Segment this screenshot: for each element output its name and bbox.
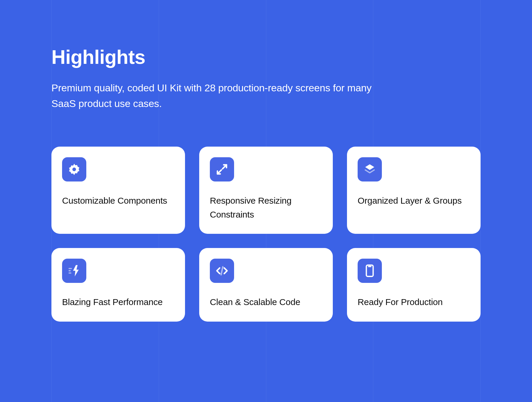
feature-card-customizable: Customizable Components — [51, 147, 185, 234]
feature-card-title: Organized Layer & Groups — [358, 194, 470, 208]
feature-card-organized: Organized Layer & Groups — [347, 147, 481, 234]
feature-card-title: Blazing Fast Performance — [62, 295, 174, 309]
svg-rect-3 — [69, 268, 72, 269]
feature-card-title: Responsive Resizing Constraints — [210, 194, 322, 221]
svg-line-6 — [221, 267, 223, 275]
resize-icon — [210, 157, 234, 181]
highlights-section: Highlights Premium quality, coded UI Kit… — [0, 0, 532, 322]
gear-icon — [62, 157, 86, 181]
feature-card-title: Ready For Production — [358, 295, 470, 309]
feature-card-production: Ready For Production — [347, 248, 481, 322]
lightning-bolt-icon — [62, 259, 86, 283]
phone-icon — [358, 259, 382, 283]
svg-point-0 — [72, 168, 76, 171]
feature-card-code: Clean & Scalable Code — [199, 248, 333, 322]
feature-card-title: Clean & Scalable Code — [210, 295, 322, 309]
code-icon — [210, 259, 234, 283]
feature-card-responsive: Responsive Resizing Constraints — [199, 147, 333, 234]
feature-card-performance: Blazing Fast Performance — [51, 248, 185, 322]
layers-icon — [358, 157, 382, 181]
section-subtitle: Premium quality, coded UI Kit with 28 pr… — [51, 80, 377, 111]
feature-card-title: Customizable Components — [62, 194, 174, 208]
svg-rect-4 — [69, 270, 71, 271]
svg-rect-5 — [69, 273, 72, 274]
feature-cards-grid: Customizable Components Responsive Resiz… — [51, 147, 481, 322]
section-title: Highlights — [51, 46, 481, 68]
